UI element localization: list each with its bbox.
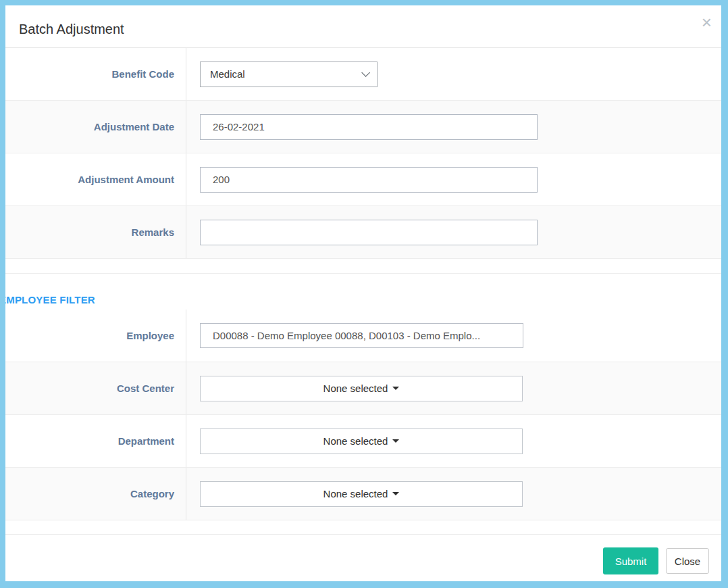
category-row: Category None selected <box>5 468 721 520</box>
adjustment-date-label: Adjustment Date <box>5 101 186 153</box>
cost-center-multiselect[interactable]: None selected <box>200 376 523 401</box>
benefit-code-selected-value: Medical <box>210 68 245 80</box>
adjustment-date-row: Adjustment Date <box>5 101 721 153</box>
adjustment-date-input[interactable] <box>200 114 538 140</box>
dialog-header: Batch Adjustment × <box>5 5 721 48</box>
benefit-code-select[interactable]: Medical <box>200 62 378 87</box>
caret-down-icon <box>392 439 399 443</box>
category-multiselect[interactable]: None selected <box>200 481 523 507</box>
department-label: Department <box>5 415 186 467</box>
dialog-title: Batch Adjustment <box>19 22 124 37</box>
adjustment-amount-input[interactable] <box>200 167 538 193</box>
cost-center-selected-value: None selected <box>323 383 388 394</box>
employee-label: Employee <box>5 310 186 362</box>
remarks-label: Remarks <box>5 206 186 258</box>
caret-down-icon <box>392 387 399 390</box>
benefit-code-row: Benefit Code Medical <box>5 48 721 101</box>
employee-input[interactable] <box>200 323 523 348</box>
close-icon[interactable]: × <box>702 14 712 31</box>
category-selected-value: None selected <box>323 488 388 499</box>
footer-gap <box>5 520 721 534</box>
cost-center-label: Cost Center <box>5 362 186 414</box>
section-divider <box>5 259 721 274</box>
submit-button[interactable]: Submit <box>603 547 658 574</box>
caret-down-icon <box>392 492 399 495</box>
department-row: Department None selected <box>5 415 721 468</box>
close-button[interactable]: Close <box>666 548 709 574</box>
batch-adjustment-dialog: Batch Adjustment × Benefit Code Medical … <box>5 5 721 581</box>
remarks-input[interactable] <box>200 220 538 245</box>
adjustment-amount-label: Adjustment Amount <box>5 153 186 205</box>
benefit-code-label: Benefit Code <box>5 48 186 100</box>
cost-center-row: Cost Center None selected <box>5 362 721 415</box>
chevron-down-icon <box>361 68 370 77</box>
employee-row: Employee <box>5 310 721 362</box>
remarks-row: Remarks <box>5 206 721 259</box>
department-selected-value: None selected <box>323 435 388 447</box>
department-multiselect[interactable]: None selected <box>200 428 523 454</box>
category-label: Category <box>5 468 186 520</box>
adjustment-amount-row: Adjustment Amount <box>5 153 721 206</box>
employee-filter-heading: EMPLOYEE FILTER <box>5 294 721 305</box>
dialog-footer: Submit Close <box>5 534 721 581</box>
